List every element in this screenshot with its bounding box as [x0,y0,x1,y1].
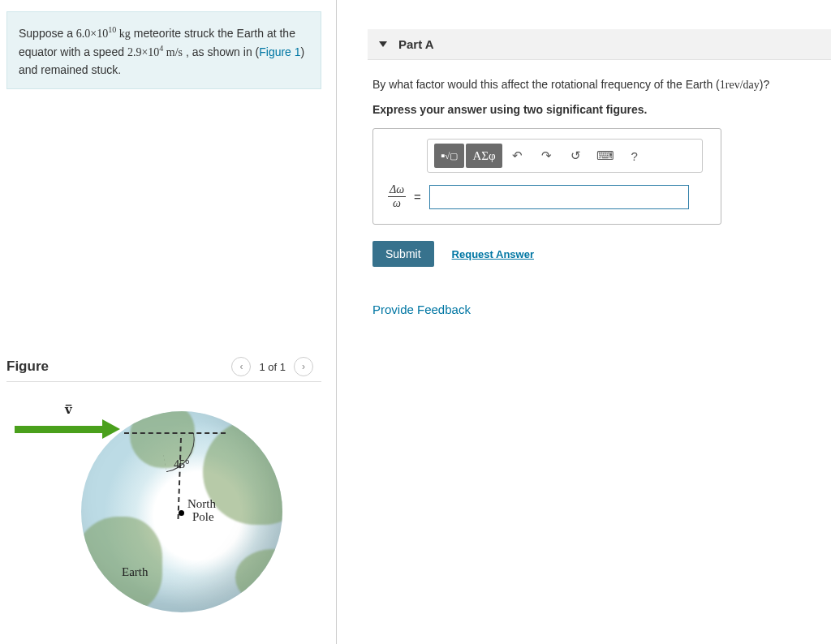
question-text: By what factor would this affect the rot… [372,76,822,93]
part-body: By what factor would this affect the rot… [368,60,822,316]
figure-header: Figure ‹ 1 of 1 › [6,357,321,382]
reset-icon: ↺ [571,148,581,163]
earth-label: Earth [122,565,148,579]
chevron-right-icon: › [302,361,305,372]
figure-link[interactable]: Figure 1 [259,45,300,58]
answer-box: ▪√▢ ΑΣφ ↶ ↷ ↺ ⌨ ? Δω ω = [372,128,721,225]
provide-feedback-link[interactable]: Provide Feedback [372,303,822,316]
angle-label: 45° [174,458,190,471]
redo-icon: ↷ [541,148,552,163]
answer-input-row: Δω ω = [388,184,709,209]
right-column: Part A By what factor would this affect … [337,0,831,644]
answer-variable: Δω ω [388,184,406,209]
velocity-label: v̅ [65,402,72,417]
speed-value: 2.9×104 m/s [127,46,183,58]
figure-nav: ‹ 1 of 1 › [231,357,313,376]
answer-input[interactable] [429,185,689,209]
figure-prev-button[interactable]: ‹ [231,357,251,376]
left-column: Suppose a 6.0×1010 kg meteorite struck t… [0,0,337,644]
submit-button[interactable]: Submit [372,241,434,267]
figure-counter: 1 of 1 [259,361,286,373]
greek-button[interactable]: ΑΣφ [466,144,502,168]
figure-image: v̅ 45° NorthPole Earth [6,389,315,632]
problem-text: , as shown in ( [183,45,259,58]
help-button[interactable]: ? [621,144,648,167]
answer-instruction: Express your answer using two significan… [372,101,822,118]
equals-sign: = [414,190,421,204]
problem-text: Suppose a [19,27,76,40]
trajectory-line-icon [124,432,226,434]
request-answer-link[interactable]: Request Answer [452,248,534,260]
reset-button[interactable]: ↺ [562,144,590,167]
north-pole-label: NorthPole [187,498,216,524]
rev-expression: 1rev/day [720,79,760,91]
template-icon: ▪√▢ [441,149,458,163]
undo-button[interactable]: ↶ [504,144,532,167]
figure-next-button[interactable]: › [294,357,313,376]
template-button[interactable]: ▪√▢ [434,144,464,168]
keyboard-button[interactable]: ⌨ [592,144,619,167]
submit-row: Submit Request Answer [372,241,822,267]
part-title: Part A [398,37,434,51]
redo-button[interactable]: ↷ [533,144,561,167]
undo-icon: ↶ [512,148,523,163]
velocity-arrow-icon [15,423,118,436]
chevron-left-icon: ‹ [239,361,243,372]
help-icon: ? [631,149,637,163]
figure-title: Figure [6,358,49,375]
equation-toolbar: ▪√▢ ΑΣφ ↶ ↷ ↺ ⌨ ? [427,139,703,173]
problem-statement: Suppose a 6.0×1010 kg meteorite struck t… [6,11,321,89]
part-header[interactable]: Part A [368,29,831,60]
mass-value: 6.0×1010 kg [76,28,131,40]
caret-down-icon [379,41,387,47]
keyboard-icon: ⌨ [596,148,614,163]
